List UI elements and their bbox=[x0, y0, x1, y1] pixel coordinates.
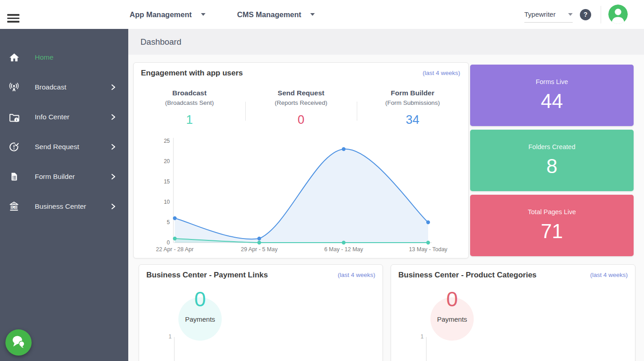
chat-bubbles-icon bbox=[11, 334, 26, 351]
svg-text:6 May - 12 May: 6 May - 12 May bbox=[324, 246, 364, 253]
clock-check-icon bbox=[8, 141, 20, 153]
mini-chart-axis bbox=[426, 337, 427, 361]
mini-chart-ytick: 1 bbox=[161, 333, 172, 340]
sidebar-item-label: Info Center bbox=[35, 113, 70, 121]
svg-text:22 Apr - 28 Apr: 22 Apr - 28 Apr bbox=[156, 246, 193, 253]
payment-links-card: Business Center - Payment Links (last 4 … bbox=[139, 264, 383, 361]
document-icon bbox=[8, 170, 20, 183]
language-value: Typewriter bbox=[524, 10, 555, 18]
svg-text:15: 15 bbox=[164, 178, 170, 185]
payments-count: 0 bbox=[155, 286, 245, 312]
svg-text:20: 20 bbox=[164, 158, 170, 164]
sidebar-item-label: Form Builder bbox=[35, 173, 75, 181]
chevron-right-icon bbox=[110, 144, 117, 150]
chevron-right-icon bbox=[110, 114, 117, 120]
sidebar-item-label: Broadcast bbox=[35, 83, 66, 91]
engagement-line-chart: 051015202522 Apr - 28 Apr29 Apr - 5 May6… bbox=[134, 135, 469, 256]
payments-label: Payments bbox=[155, 315, 245, 323]
metric-divider bbox=[357, 102, 357, 121]
hamburger-menu-icon[interactable] bbox=[7, 14, 19, 24]
sidebar-item-label: Send Request bbox=[35, 143, 79, 151]
cms-management-label: CMS Management bbox=[237, 10, 301, 19]
cms-management-dropdown[interactable]: CMS Management bbox=[237, 0, 315, 29]
engagement-card: Engagement with app users (last 4 weeks)… bbox=[133, 62, 469, 258]
payments-label: Payments bbox=[407, 315, 497, 323]
stat-card-folders-created: Folders Created 8 bbox=[470, 130, 634, 191]
product-categories-card: Business Center - Product Categories (la… bbox=[391, 264, 635, 361]
page-header: Dashboard bbox=[128, 29, 644, 55]
stat-card-total-pages-live: Total Pages Live 71 bbox=[470, 195, 634, 256]
help-button[interactable]: ? bbox=[580, 9, 591, 20]
sidebar-item-business-center[interactable]: ₹ Business Center bbox=[0, 192, 128, 221]
caret-down-icon bbox=[310, 13, 315, 16]
svg-text:5: 5 bbox=[167, 219, 170, 225]
broadcast-icon bbox=[8, 81, 20, 94]
mini-chart-ytick: 1 bbox=[413, 333, 424, 340]
chevron-right-icon bbox=[110, 173, 117, 180]
mini-chart-axis bbox=[174, 337, 175, 361]
engagement-period: (last 4 weeks) bbox=[423, 70, 460, 76]
topbar: App Management CMS Management Typewriter… bbox=[0, 0, 644, 29]
svg-text:29 Apr - 5 May: 29 Apr - 5 May bbox=[241, 246, 278, 253]
topbar-divider bbox=[601, 6, 601, 23]
sidebar-nav: Home Broadcast bbox=[0, 29, 128, 221]
engagement-title: Engagement with app users bbox=[141, 69, 243, 78]
page-title: Dashboard bbox=[140, 37, 182, 47]
product-categories-period: (last 4 weeks) bbox=[590, 272, 628, 278]
app-management-label: App Management bbox=[130, 10, 192, 19]
language-selector[interactable]: Typewriter bbox=[524, 6, 573, 23]
chevron-right-icon bbox=[110, 203, 117, 210]
sidebar-item-label: Business Center bbox=[35, 202, 86, 211]
app-management-dropdown[interactable]: App Management bbox=[130, 0, 205, 29]
svg-text:₹: ₹ bbox=[13, 205, 15, 210]
engagement-metrics: Broadcast (Broadcasts Sent) 1 Send Reque… bbox=[134, 89, 468, 127]
user-avatar-icon[interactable] bbox=[608, 5, 628, 24]
sidebar-item-broadcast[interactable]: Broadcast bbox=[0, 72, 128, 102]
metric-broadcast: Broadcast (Broadcasts Sent) 1 bbox=[134, 89, 245, 127]
sidebar-item-label: Home bbox=[35, 53, 53, 61]
metric-divider bbox=[245, 102, 246, 121]
payment-links-title: Business Center - Payment Links bbox=[146, 271, 268, 280]
payments-count: 0 bbox=[407, 286, 497, 312]
stat-card-forms-live: Forms Live 44 bbox=[470, 65, 634, 126]
home-icon bbox=[8, 51, 20, 64]
svg-text:25: 25 bbox=[164, 138, 170, 144]
sidebar-item-form-builder[interactable]: Form Builder bbox=[0, 162, 128, 192]
chevron-right-icon bbox=[110, 84, 117, 90]
dashboard-screen: App Management CMS Management Typewriter… bbox=[0, 0, 644, 361]
product-categories-title: Business Center - Product Categories bbox=[398, 271, 537, 280]
sidebar: Home Broadcast bbox=[0, 29, 128, 361]
sidebar-item-send-request[interactable]: Send Request bbox=[0, 132, 128, 162]
svg-text:10: 10 bbox=[164, 199, 170, 205]
caret-down-icon bbox=[201, 13, 205, 16]
folder-info-icon: i bbox=[8, 111, 20, 123]
metric-send-request: Send Request (Reports Received) 0 bbox=[245, 89, 357, 127]
svg-text:0: 0 bbox=[167, 239, 170, 246]
caret-down-icon bbox=[568, 13, 573, 16]
svg-text:13 May - Today: 13 May - Today bbox=[409, 246, 448, 253]
payment-links-period: (last 4 weeks) bbox=[338, 272, 375, 278]
bank-rupee-icon: ₹ bbox=[8, 200, 20, 213]
chat-button[interactable] bbox=[5, 329, 32, 356]
sidebar-item-info-center[interactable]: i Info Center bbox=[0, 102, 128, 132]
sidebar-item-home[interactable]: Home bbox=[0, 42, 128, 72]
metric-form-builder: Form Builder (Form Submissions) 34 bbox=[357, 89, 468, 127]
